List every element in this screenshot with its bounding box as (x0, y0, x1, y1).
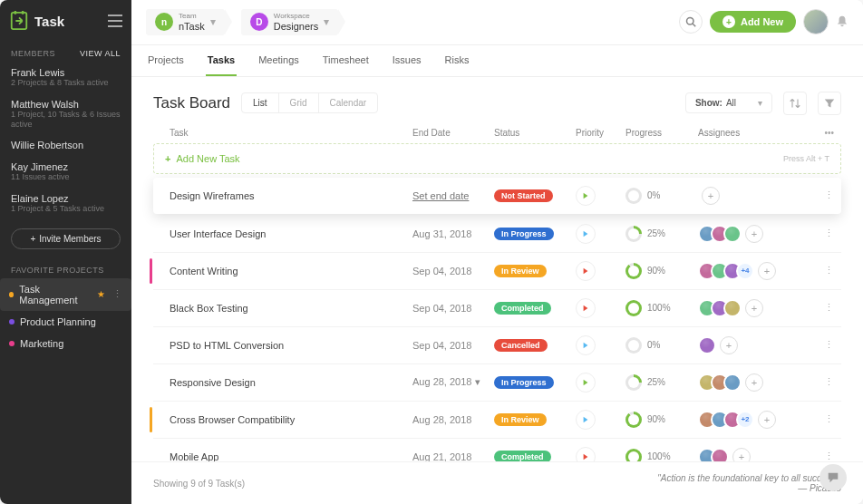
view-all-link[interactable]: View All (80, 49, 121, 58)
add-assignee-button[interactable]: + (745, 373, 763, 392)
task-row[interactable]: Responsive Design Aug 28, 2018 ▾ In Prog… (153, 364, 841, 402)
row-more-button[interactable]: ⋮ (824, 413, 834, 425)
view-calendar[interactable]: Calendar (319, 93, 378, 112)
tab-risks[interactable]: Risks (443, 45, 471, 76)
menu-icon[interactable] (108, 15, 122, 27)
add-assignee-button[interactable]: + (702, 187, 720, 205)
sidebar-member[interactable]: Willie Robertson (0, 134, 131, 156)
task-row[interactable]: Design Wireframes Set end date Not Start… (153, 178, 841, 214)
task-end-date[interactable]: Aug 28, 2018 (412, 414, 494, 425)
priority-button[interactable] (576, 447, 596, 461)
task-end-date[interactable]: Sep 04, 2018 (412, 340, 494, 351)
status-badge[interactable]: Not Started (494, 189, 553, 202)
add-assignee-button[interactable]: + (745, 225, 763, 243)
row-more-button[interactable]: ⋮ (824, 376, 834, 388)
status-badge[interactable]: Completed (494, 451, 551, 461)
row-more-button[interactable]: ⋮ (824, 265, 834, 276)
task-row[interactable]: Mobile App Aug 21, 2018 Completed 100% +… (153, 439, 841, 461)
task-end-date[interactable]: Aug 21, 2018 (412, 451, 494, 461)
task-row[interactable]: PSD to HTML Conversion Sep 04, 2018 Canc… (153, 327, 841, 364)
assignee-list: +4+ (698, 262, 798, 280)
task-end-date[interactable]: Sep 04, 2018 (412, 303, 494, 314)
priority-button[interactable] (576, 186, 596, 206)
task-end-date[interactable]: Set end date (412, 190, 494, 201)
footer: Showing 9 of 9 Task(s) "Action is the fo… (131, 461, 863, 504)
user-avatar[interactable] (803, 9, 829, 34)
status-badge[interactable]: In Review (494, 413, 547, 426)
add-assignee-button[interactable]: + (745, 299, 763, 317)
view-list[interactable]: List (242, 93, 279, 112)
app-logo[interactable]: Task (9, 11, 64, 31)
more-icon[interactable]: ⋮ (112, 288, 122, 300)
filter-button[interactable] (818, 92, 841, 115)
sidebar-member[interactable]: Elaine Lopez1 Project & 5 Tasks active (0, 188, 131, 219)
tab-timesheet[interactable]: Timesheet (321, 45, 371, 76)
row-more-button[interactable]: ⋮ (824, 228, 834, 239)
member-name: Frank Lewis (11, 67, 121, 78)
task-end-date[interactable]: Aug 31, 2018 (412, 228, 494, 239)
status-badge[interactable]: Completed (494, 302, 551, 315)
add-assignee-button[interactable]: + (758, 262, 776, 280)
priority-button[interactable] (576, 224, 596, 244)
priority-button[interactable] (576, 261, 596, 281)
task-row[interactable]: Cross Browser Compatibility Aug 28, 2018… (153, 402, 841, 439)
more-assignees-badge[interactable]: +2 (736, 411, 754, 429)
row-more-button[interactable]: ⋮ (824, 339, 834, 351)
table-header: Task End Date Status Priority Progress A… (153, 122, 841, 143)
assignee-avatar[interactable] (723, 299, 742, 317)
priority-button[interactable] (576, 335, 596, 355)
view-switcher: ListGridCalendar (241, 92, 378, 113)
breadcrumb-team[interactable]: n Team nTask ▾ (146, 9, 225, 35)
task-row[interactable]: Content Writing Sep 04, 2018 In Review 9… (153, 253, 841, 290)
show-filter[interactable]: Show: All ▾ (685, 92, 772, 113)
add-assignee-button[interactable]: + (732, 448, 751, 461)
priority-button[interactable] (576, 298, 596, 318)
row-more-button[interactable]: ⋮ (824, 451, 834, 461)
assignee-avatar[interactable] (723, 225, 742, 243)
sidebar-member[interactable]: Frank Lewis2 Projects & 8 Tasks active (0, 62, 131, 93)
sort-button[interactable] (783, 92, 807, 115)
priority-button[interactable] (576, 373, 596, 393)
status-badge[interactable]: In Review (494, 265, 547, 277)
sidebar-project[interactable]: Task Management★⋮ (0, 278, 131, 311)
chat-button[interactable] (819, 464, 847, 491)
breadcrumb-workspace[interactable]: D Workspace Designers ▾ (241, 9, 339, 35)
assignee-avatar[interactable] (723, 373, 742, 392)
add-assignee-button[interactable]: + (720, 336, 738, 354)
tab-tasks[interactable]: Tasks (206, 45, 237, 76)
sidebar-member[interactable]: Kay Jimenez11 Issues active (0, 156, 131, 188)
search-button[interactable] (679, 10, 703, 34)
add-assignee-button[interactable]: + (758, 411, 776, 429)
col-header-actions[interactable]: ••• (798, 128, 834, 138)
assignee-avatar[interactable] (698, 336, 716, 354)
sidebar-member[interactable]: Matthew Walsh1 Project, 10 Tasks & 6 Iss… (0, 93, 131, 135)
member-name: Matthew Walsh (11, 99, 121, 110)
notifications-button[interactable] (836, 15, 848, 30)
add-new-task-row[interactable]: +Add New Task Press Alt + T (153, 143, 841, 174)
sidebar-project[interactable]: Product Planning (0, 311, 131, 333)
add-new-button[interactable]: + Add New (710, 11, 796, 33)
status-badge[interactable]: In Progress (494, 376, 554, 389)
tab-issues[interactable]: Issues (391, 45, 423, 76)
task-row[interactable]: Black Box Testing Sep 04, 2018 Completed… (153, 290, 841, 327)
status-badge[interactable]: In Progress (494, 228, 554, 240)
task-progress: 0% (625, 337, 698, 354)
task-progress: 100% (625, 449, 698, 461)
task-end-date[interactable]: Aug 28, 2018 ▾ (412, 376, 494, 388)
sidebar-project[interactable]: Marketing (0, 333, 131, 354)
task-end-date[interactable]: Sep 04, 2018 (412, 266, 494, 276)
play-icon (582, 342, 589, 349)
tab-projects[interactable]: Projects (146, 45, 186, 76)
status-badge[interactable]: Cancelled (494, 339, 548, 352)
view-grid[interactable]: Grid (279, 93, 319, 112)
task-table: Task End Date Status Priority Progress A… (131, 122, 863, 461)
play-icon (582, 416, 589, 423)
row-more-button[interactable]: ⋮ (824, 302, 834, 314)
tab-meetings[interactable]: Meetings (257, 45, 301, 76)
row-more-button[interactable]: ⋮ (824, 189, 834, 201)
invite-members-button[interactable]: + Invite Members (11, 228, 121, 249)
assignee-avatar[interactable] (711, 448, 729, 461)
task-row[interactable]: User Interface Design Aug 31, 2018 In Pr… (153, 216, 841, 253)
more-assignees-badge[interactable]: +4 (736, 262, 754, 280)
priority-button[interactable] (576, 410, 596, 430)
